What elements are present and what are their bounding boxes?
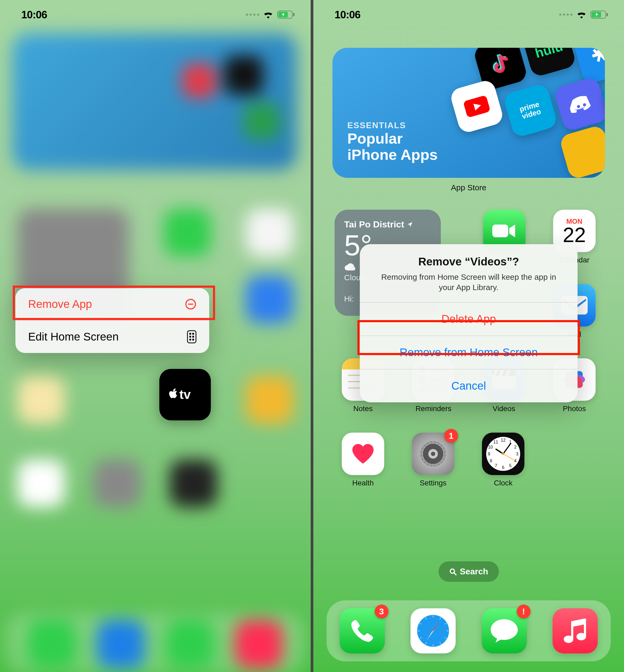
safari-app[interactable] xyxy=(411,608,456,653)
messages-app[interactable]: ! xyxy=(482,608,527,653)
status-bar: 10:06 xyxy=(0,0,311,29)
clock-label: Clock xyxy=(477,479,529,487)
apple-tv-logo-icon: tv xyxy=(169,387,201,403)
photos-label: Photos xyxy=(549,404,600,413)
widget-title-1: Popular xyxy=(347,130,402,147)
tutorial-highlight-delete-app xyxy=(357,320,580,355)
status-time: 10:06 xyxy=(21,9,47,21)
svg-text:9: 9 xyxy=(488,452,490,456)
gear-icon xyxy=(417,438,449,470)
status-right xyxy=(559,10,608,19)
appstore-logo-icon xyxy=(586,48,605,72)
heart-icon xyxy=(353,444,373,464)
phone-left: 10:06 tv Remove App Edit Home Screen xyxy=(0,0,311,672)
messages-icon xyxy=(490,618,519,644)
svg-text:8: 8 xyxy=(490,459,492,463)
phone-app[interactable]: 3 xyxy=(340,608,385,653)
svg-rect-1 xyxy=(293,13,294,16)
svg-text:2: 2 xyxy=(514,445,517,449)
wifi-icon xyxy=(263,10,274,19)
wifi-icon xyxy=(576,10,587,19)
svg-rect-7 xyxy=(189,333,191,335)
phone-right: 10:06 hulu primevideo ESSENTIALS Popular xyxy=(313,0,624,672)
widget-kicker: ESSENTIALS xyxy=(347,120,438,130)
svg-rect-17 xyxy=(492,224,508,237)
settings-badge: 1 xyxy=(444,429,458,443)
svg-text:10: 10 xyxy=(488,445,493,449)
youtube-icon xyxy=(462,91,492,121)
clock-app[interactable]: 121234567891011 Clock xyxy=(477,433,529,487)
tiktok-icon xyxy=(486,49,515,79)
phone-badge: 3 xyxy=(375,604,388,618)
svg-text:tv: tv xyxy=(179,387,191,402)
svg-rect-8 xyxy=(192,333,194,335)
battery-charging-icon xyxy=(591,10,608,19)
widget-title-2: iPhone Apps xyxy=(347,146,438,163)
cancel-button[interactable]: Cancel xyxy=(360,369,577,402)
health-app[interactable]: Health xyxy=(337,433,389,487)
svg-rect-12 xyxy=(192,339,194,341)
svg-line-56 xyxy=(454,573,456,575)
clock-icon: 121234567891011 xyxy=(485,435,522,473)
search-icon xyxy=(449,568,457,575)
settings-label: Settings xyxy=(407,479,459,487)
sheet-title: Remove “Videos”? xyxy=(373,255,564,268)
svg-point-37 xyxy=(431,452,435,456)
appstore-widget[interactable]: hulu primevideo ESSENTIALS Popular iPhon… xyxy=(333,48,605,178)
settings-app[interactable]: 1 Settings xyxy=(407,433,459,487)
svg-text:3: 3 xyxy=(516,452,519,456)
edit-home-label: Edit Home Screen xyxy=(28,330,119,343)
image-divider xyxy=(311,0,313,672)
status-time: 10:06 xyxy=(335,9,360,21)
appstore-widget-label: App Store xyxy=(313,183,624,192)
svg-rect-6 xyxy=(187,331,196,343)
calendar-day: 22 xyxy=(563,225,586,244)
battery-charging-icon xyxy=(277,10,295,19)
facetime-icon xyxy=(492,223,516,239)
search-label: Search xyxy=(460,567,488,576)
notes-label: Notes xyxy=(337,404,389,413)
phone-icon xyxy=(350,619,374,643)
svg-rect-9 xyxy=(189,336,191,338)
music-app[interactable] xyxy=(552,608,598,653)
svg-text:7: 7 xyxy=(495,463,497,468)
health-label: Health xyxy=(337,479,389,487)
spotlight-search-button[interactable]: Search xyxy=(439,561,499,582)
svg-point-54 xyxy=(502,453,504,455)
svg-rect-11 xyxy=(189,339,191,341)
reminders-label: Reminders xyxy=(408,404,459,413)
discord-icon xyxy=(566,89,596,119)
tutorial-highlight-remove-app xyxy=(13,286,215,320)
messages-badge: ! xyxy=(517,604,530,618)
music-icon xyxy=(563,618,587,644)
edit-home-screen-option[interactable]: Edit Home Screen xyxy=(16,320,209,353)
appstore-widget-collage: hulu primevideo xyxy=(411,48,605,178)
svg-text:12: 12 xyxy=(501,438,505,442)
safari-icon xyxy=(415,612,452,649)
svg-rect-14 xyxy=(606,13,608,16)
apple-tv-app-icon[interactable]: tv xyxy=(159,369,211,421)
sheet-body: Removing from Home Screen will keep the … xyxy=(373,272,564,293)
svg-text:11: 11 xyxy=(493,440,498,444)
dock: 3 ! xyxy=(327,600,611,662)
status-bar: 10:06 xyxy=(313,0,624,29)
cancel-label: Cancel xyxy=(451,379,486,392)
svg-text:5: 5 xyxy=(509,463,512,468)
signal-dots-icon xyxy=(559,14,572,16)
status-right xyxy=(246,10,295,19)
svg-text:6: 6 xyxy=(502,465,504,470)
videos-label: Videos xyxy=(478,404,530,413)
signal-dots-icon xyxy=(246,14,259,16)
svg-rect-10 xyxy=(192,336,194,338)
phone-apps-icon xyxy=(187,330,197,344)
